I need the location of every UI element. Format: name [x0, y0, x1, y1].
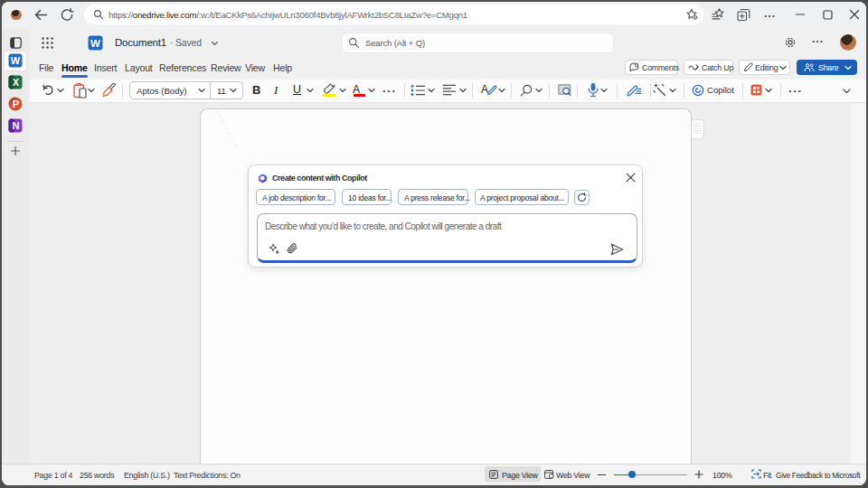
svg-text:N: N: [13, 120, 20, 131]
svg-text:P: P: [13, 99, 19, 109]
svg-text:X: X: [13, 77, 20, 88]
svg-text:W: W: [11, 55, 21, 66]
svg-text:W: W: [90, 38, 100, 49]
